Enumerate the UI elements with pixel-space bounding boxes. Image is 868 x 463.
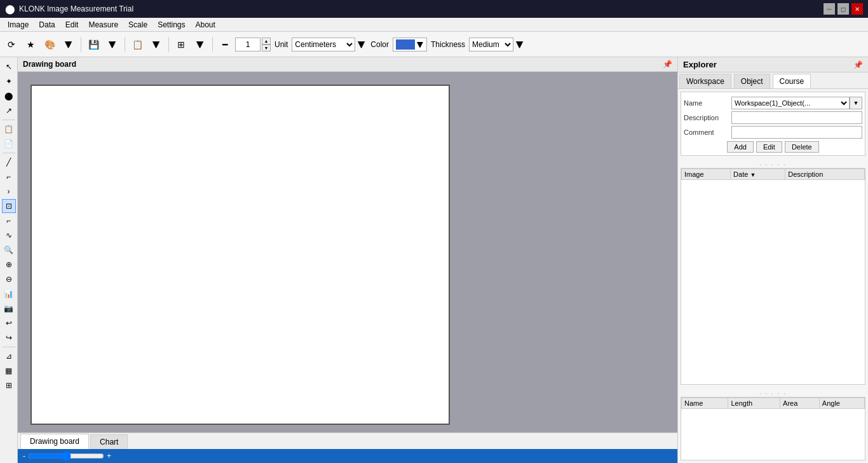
menu-edit[interactable]: Edit [60,19,84,31]
tool-star[interactable]: ✦ [2,74,16,88]
name-select[interactable]: Workspace(1)_Object(... [731,97,850,109]
toolbar-color-wheel[interactable]: 🎨 [41,36,58,53]
comment-label: Comment [684,128,731,136]
col-date[interactable]: Date ▼ [731,169,785,180]
tool-corner[interactable]: ⌐ [2,214,16,228]
tab-chart[interactable]: Chart [90,434,128,449]
thickness-select[interactable]: Thin Medium Thick [469,38,513,52]
table1: Image Date ▼ Description [681,169,865,180]
toolbar-save[interactable]: 💾 [85,36,102,53]
explorer-tabs: Workspace Object Course [678,73,868,89]
number-up[interactable]: ▲ [262,38,271,45]
maximize-button[interactable]: ◻ [837,3,849,15]
exp-tab-workspace[interactable]: Workspace [679,74,731,88]
exp-tab-object[interactable]: Object [734,74,770,88]
tool-6[interactable]: 📄 [2,137,16,151]
close-button[interactable]: ✕ [851,3,863,15]
table2: Name Length Area Angle [681,397,865,409]
main-area: ↖ ✦ ⬤ ↗ 📋 📄 ╱ ⌐ › ⊡ ⌐ ∿ 🔍 ⊕ ⊖ 📊 📷 ↩ ↪ ⊿ … [0,57,868,463]
col-length[interactable]: Length [728,398,780,409]
col-description[interactable]: Description [785,169,865,180]
unit-select[interactable]: Centimeters Millimeters Inches Pixels [292,38,355,52]
tool-camera[interactable]: 📷 [2,301,16,315]
menu-bar: Image Data Edit Measure Scale Settings A… [0,18,868,32]
zoom-minus[interactable]: - [23,452,25,460]
delete-button[interactable]: Delete [785,141,819,153]
unit-label: Unit [275,40,288,49]
menu-scale[interactable]: Scale [123,19,153,31]
toolbar-extra[interactable]: ━ [216,36,234,53]
add-button[interactable]: Add [727,141,754,153]
col-angle[interactable]: Angle [819,398,864,409]
toolbar-arrow-dropdown[interactable]: ⯆ [60,36,78,53]
tool-triangle[interactable]: ⊿ [2,349,16,363]
drawing-canvas [31,85,450,425]
tool-layout[interactable]: ⊞ [2,378,16,392]
color-picker-btn[interactable]: ⯆ [393,38,427,52]
tool-zoomout[interactable]: ⊖ [2,272,16,286]
zoom-slider[interactable] [28,451,104,461]
tool-line[interactable]: ╱ [2,155,16,169]
title-bar-controls: ─ ◻ ✕ [824,3,863,15]
tool-4[interactable]: ↗ [2,104,16,118]
explorer-header: Explorer 📌 [678,57,868,73]
tool-pointer[interactable]: ↖ [2,60,16,74]
toolbar-copy-dropdown[interactable]: ⯆ [147,36,165,53]
exp-tab-course[interactable]: Course [773,74,811,88]
col-image[interactable]: Image [682,169,731,180]
tab-drawing-board[interactable]: Drawing board [20,434,89,449]
drawing-canvas-area[interactable] [18,72,677,432]
tool-5[interactable]: 📋 [2,122,16,136]
description-input[interactable] [731,111,862,124]
tool-stats[interactable]: 📊 [2,287,16,301]
content-area: Drawing board 📌 Drawing board Chart - + [18,57,677,463]
slider-area: - + [23,451,111,461]
tool-grid[interactable]: ▦ [2,364,16,378]
comment-input[interactable] [731,126,862,139]
menu-settings[interactable]: Settings [153,19,190,31]
tool-redo[interactable]: ↪ [2,331,16,345]
divider-2: . . . . . [681,387,865,397]
col-area[interactable]: Area [780,398,820,409]
explorer-pin-icon[interactable]: 📌 [853,60,863,69]
tool-expand[interactable]: › [2,184,16,198]
toolbar-grid-dropdown[interactable]: ⯆ [191,36,209,53]
tool-zoomin[interactable]: ⊕ [2,258,16,272]
tool-3[interactable]: ⬤ [2,89,16,103]
col-name[interactable]: Name [682,398,728,409]
toolbar-grid[interactable]: ⊞ [172,36,190,53]
left-sep3 [3,347,15,347]
table2-area: Name Length Area Angle [681,397,865,460]
number-input[interactable] [235,38,261,52]
number-down[interactable]: ▼ [262,45,271,52]
menu-about[interactable]: About [190,19,220,31]
name-dropdown-btn[interactable]: ▼ [850,97,862,109]
toolbar-new[interactable]: ⟳ [3,36,20,53]
explorer-title: Explorer [683,60,717,69]
tool-undo[interactable]: ↩ [2,316,16,330]
menu-measure[interactable]: Measure [83,19,123,31]
tool-zoom[interactable]: 🔍 [2,243,16,257]
unit-dropdown[interactable]: ⯆ [356,36,367,53]
left-sep1 [3,120,15,120]
form-buttons: Add Edit Delete [684,141,862,153]
menu-data[interactable]: Data [34,19,60,31]
toolbar-save-dropdown[interactable]: ⯆ [104,36,121,53]
edit-button[interactable]: Edit [756,141,782,153]
thickness-dropdown[interactable]: ⯆ [515,36,525,53]
toolbar-open[interactable]: ★ [22,36,39,53]
sep4 [212,37,213,52]
status-bar: - + [18,449,677,463]
tool-angle[interactable]: ⌐ [2,170,16,184]
drawing-panel: Drawing board 📌 [18,57,677,432]
menu-image[interactable]: Image [3,19,34,31]
zoom-plus[interactable]: + [107,452,111,460]
drawing-panel-header: Drawing board 📌 [18,57,677,72]
tool-curve[interactable]: ∿ [2,228,16,242]
sep1 [81,37,81,52]
toolbar-copy[interactable]: 📋 [128,36,146,53]
minimize-button[interactable]: ─ [824,3,835,15]
pin-icon[interactable]: 📌 [663,60,672,69]
tool-frame[interactable]: ⊡ [2,199,16,213]
form-row-comment: Comment [684,126,862,139]
